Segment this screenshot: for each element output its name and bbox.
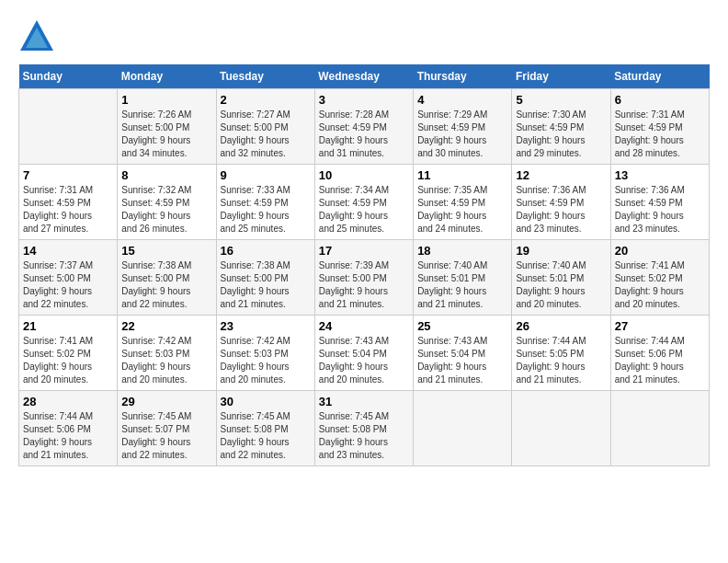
calendar-day-cell: 25Sunrise: 7:43 AM Sunset: 5:04 PM Dayli…: [414, 316, 512, 391]
page-header: [18, 18, 710, 55]
day-info: Sunrise: 7:29 AM Sunset: 4:59 PM Dayligh…: [417, 109, 507, 160]
calendar-day-cell: 6Sunrise: 7:31 AM Sunset: 4:59 PM Daylig…: [610, 89, 709, 165]
calendar-day-cell: 30Sunrise: 7:45 AM Sunset: 5:08 PM Dayli…: [216, 391, 314, 466]
day-of-week-header: Saturday: [610, 64, 709, 89]
day-number: 19: [516, 244, 606, 258]
day-number: 11: [417, 168, 507, 182]
calendar-table: SundayMondayTuesdayWednesdayThursdayFrid…: [18, 64, 710, 466]
day-info: Sunrise: 7:36 AM Sunset: 4:59 PM Dayligh…: [516, 184, 606, 236]
calendar-day-cell: 19Sunrise: 7:40 AM Sunset: 5:01 PM Dayli…: [512, 240, 610, 316]
day-number: 1: [121, 93, 211, 107]
calendar-day-cell: 15Sunrise: 7:38 AM Sunset: 5:00 PM Dayli…: [118, 240, 216, 316]
day-info: Sunrise: 7:38 AM Sunset: 5:00 PM Dayligh…: [221, 259, 311, 311]
day-info: Sunrise: 7:37 AM Sunset: 5:00 PM Dayligh…: [23, 259, 113, 311]
calendar-day-cell: 28Sunrise: 7:44 AM Sunset: 5:06 PM Dayli…: [19, 391, 118, 466]
day-info: Sunrise: 7:33 AM Sunset: 4:59 PM Dayligh…: [221, 184, 311, 236]
day-number: 3: [319, 93, 409, 107]
calendar-day-cell: 20Sunrise: 7:41 AM Sunset: 5:02 PM Dayli…: [610, 240, 709, 316]
calendar-day-cell: [610, 391, 709, 466]
day-info: Sunrise: 7:31 AM Sunset: 4:59 PM Dayligh…: [615, 109, 705, 160]
day-info: Sunrise: 7:39 AM Sunset: 5:00 PM Dayligh…: [319, 259, 409, 311]
day-info: Sunrise: 7:42 AM Sunset: 5:03 PM Dayligh…: [121, 335, 211, 386]
day-info: Sunrise: 7:44 AM Sunset: 5:05 PM Dayligh…: [516, 335, 606, 386]
day-info: Sunrise: 7:41 AM Sunset: 5:02 PM Dayligh…: [615, 259, 705, 311]
day-of-week-header: Friday: [512, 64, 610, 89]
calendar-week-row: 7Sunrise: 7:31 AM Sunset: 4:59 PM Daylig…: [19, 165, 710, 240]
day-info: Sunrise: 7:35 AM Sunset: 4:59 PM Dayligh…: [417, 184, 507, 236]
day-number: 5: [516, 93, 606, 107]
calendar-day-cell: 26Sunrise: 7:44 AM Sunset: 5:05 PM Dayli…: [512, 316, 610, 391]
day-number: 13: [615, 168, 705, 182]
day-number: 17: [319, 244, 409, 258]
day-info: Sunrise: 7:44 AM Sunset: 5:06 PM Dayligh…: [23, 410, 113, 462]
calendar-day-cell: 8Sunrise: 7:32 AM Sunset: 4:59 PM Daylig…: [118, 165, 216, 240]
day-of-week-header: Thursday: [414, 64, 512, 89]
day-number: 7: [23, 168, 113, 182]
calendar-day-cell: 29Sunrise: 7:45 AM Sunset: 5:07 PM Dayli…: [118, 391, 216, 466]
day-info: Sunrise: 7:45 AM Sunset: 5:07 PM Dayligh…: [121, 410, 211, 462]
calendar-day-cell: 24Sunrise: 7:43 AM Sunset: 5:04 PM Dayli…: [314, 316, 413, 391]
day-info: Sunrise: 7:45 AM Sunset: 5:08 PM Dayligh…: [319, 410, 409, 462]
day-number: 14: [23, 244, 113, 258]
day-header-row: SundayMondayTuesdayWednesdayThursdayFrid…: [19, 64, 710, 89]
calendar-day-cell: 16Sunrise: 7:38 AM Sunset: 5:00 PM Dayli…: [216, 240, 314, 316]
day-info: Sunrise: 7:40 AM Sunset: 5:01 PM Dayligh…: [516, 259, 606, 311]
day-number: 16: [221, 244, 311, 258]
day-info: Sunrise: 7:34 AM Sunset: 4:59 PM Dayligh…: [319, 184, 409, 236]
day-of-week-header: Wednesday: [314, 64, 413, 89]
day-number: 15: [121, 244, 211, 258]
day-info: Sunrise: 7:45 AM Sunset: 5:08 PM Dayligh…: [221, 410, 311, 462]
day-of-week-header: Sunday: [19, 64, 118, 89]
calendar-day-cell: 2Sunrise: 7:27 AM Sunset: 5:00 PM Daylig…: [216, 89, 314, 165]
day-info: Sunrise: 7:43 AM Sunset: 5:04 PM Dayligh…: [417, 335, 507, 386]
calendar-week-row: 1Sunrise: 7:26 AM Sunset: 5:00 PM Daylig…: [19, 89, 710, 165]
day-number: 27: [615, 319, 705, 333]
calendar-day-cell: 3Sunrise: 7:28 AM Sunset: 4:59 PM Daylig…: [314, 89, 413, 165]
day-number: 21: [23, 319, 113, 333]
day-number: 8: [121, 168, 211, 182]
calendar-day-cell: 5Sunrise: 7:30 AM Sunset: 4:59 PM Daylig…: [512, 89, 610, 165]
day-number: 22: [121, 319, 211, 333]
logo: [18, 18, 57, 55]
calendar-day-cell: 31Sunrise: 7:45 AM Sunset: 5:08 PM Dayli…: [314, 391, 413, 466]
calendar-day-cell: 11Sunrise: 7:35 AM Sunset: 4:59 PM Dayli…: [414, 165, 512, 240]
calendar-week-row: 28Sunrise: 7:44 AM Sunset: 5:06 PM Dayli…: [19, 391, 710, 466]
day-info: Sunrise: 7:44 AM Sunset: 5:06 PM Dayligh…: [615, 335, 705, 386]
day-info: Sunrise: 7:41 AM Sunset: 5:02 PM Dayligh…: [23, 335, 113, 386]
day-number: 30: [221, 395, 311, 408]
day-number: 24: [319, 319, 409, 333]
day-number: 23: [221, 319, 311, 333]
calendar-header: SundayMondayTuesdayWednesdayThursdayFrid…: [19, 64, 710, 89]
day-info: Sunrise: 7:36 AM Sunset: 4:59 PM Dayligh…: [615, 184, 705, 236]
day-info: Sunrise: 7:27 AM Sunset: 5:00 PM Dayligh…: [221, 109, 311, 160]
day-number: 31: [319, 395, 409, 408]
day-info: Sunrise: 7:31 AM Sunset: 4:59 PM Dayligh…: [23, 184, 113, 236]
calendar-day-cell: 13Sunrise: 7:36 AM Sunset: 4:59 PM Dayli…: [610, 165, 709, 240]
calendar-week-row: 14Sunrise: 7:37 AM Sunset: 5:00 PM Dayli…: [19, 240, 710, 316]
day-info: Sunrise: 7:40 AM Sunset: 5:01 PM Dayligh…: [417, 259, 507, 311]
calendar-day-cell: [19, 89, 118, 165]
day-number: 6: [615, 93, 705, 107]
calendar-day-cell: [414, 391, 512, 466]
calendar-day-cell: 7Sunrise: 7:31 AM Sunset: 4:59 PM Daylig…: [19, 165, 118, 240]
calendar-day-cell: 21Sunrise: 7:41 AM Sunset: 5:02 PM Dayli…: [19, 316, 118, 391]
day-number: 18: [417, 244, 507, 258]
day-info: Sunrise: 7:30 AM Sunset: 4:59 PM Dayligh…: [516, 109, 606, 160]
day-info: Sunrise: 7:42 AM Sunset: 5:03 PM Dayligh…: [221, 335, 311, 386]
day-of-week-header: Monday: [118, 64, 216, 89]
day-number: 28: [23, 395, 113, 408]
calendar-day-cell: 23Sunrise: 7:42 AM Sunset: 5:03 PM Dayli…: [216, 316, 314, 391]
day-info: Sunrise: 7:43 AM Sunset: 5:04 PM Dayligh…: [319, 335, 409, 386]
calendar-day-cell: 14Sunrise: 7:37 AM Sunset: 5:00 PM Dayli…: [19, 240, 118, 316]
calendar-day-cell: 18Sunrise: 7:40 AM Sunset: 5:01 PM Dayli…: [414, 240, 512, 316]
day-number: 9: [221, 168, 311, 182]
day-number: 25: [417, 319, 507, 333]
day-info: Sunrise: 7:38 AM Sunset: 5:00 PM Dayligh…: [121, 259, 211, 311]
day-number: 2: [221, 93, 311, 107]
day-number: 12: [516, 168, 606, 182]
day-info: Sunrise: 7:28 AM Sunset: 4:59 PM Dayligh…: [319, 109, 409, 160]
day-number: 29: [121, 395, 211, 408]
calendar-body: 1Sunrise: 7:26 AM Sunset: 5:00 PM Daylig…: [19, 89, 710, 466]
calendar-day-cell: 22Sunrise: 7:42 AM Sunset: 5:03 PM Dayli…: [118, 316, 216, 391]
day-number: 4: [417, 93, 507, 107]
